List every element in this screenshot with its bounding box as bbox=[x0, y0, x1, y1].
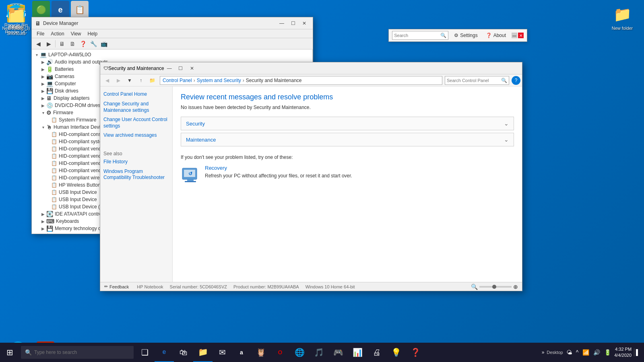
tray-network-icon[interactable]: 📶 bbox=[582, 348, 590, 356]
dm-menu-help[interactable]: Help bbox=[85, 30, 101, 37]
dm-btn-doc[interactable]: 🗎 bbox=[68, 39, 77, 48]
settings-close-area: — ✕ bbox=[512, 33, 524, 38]
icon-new-folder-3[interactable]: 📁 New folder (3) bbox=[0, 3, 32, 33]
svg-rect-2 bbox=[187, 179, 194, 181]
taskbar-help[interactable]: ❓ bbox=[406, 343, 425, 362]
tree-root[interactable]: ▾ 💻 LAPTOP-A4W5L0O bbox=[32, 51, 312, 58]
feedback-btn[interactable]: ✏ Feedback bbox=[104, 284, 129, 289]
icon-new-folder-right2[interactable]: 📁 New folder bbox=[606, 3, 638, 33]
right-desktop-icons2: 📁 New folder bbox=[605, 0, 608, 6]
settings-search-input[interactable] bbox=[394, 33, 440, 38]
settings-btn[interactable]: ⚙ Settings bbox=[452, 32, 480, 39]
settings-minimize-btn[interactable]: — bbox=[512, 33, 517, 38]
taskbar-tripadvisor[interactable]: 🦉 bbox=[251, 343, 270, 362]
zoom-thumb[interactable] bbox=[492, 285, 496, 289]
breadcrumb-cp[interactable]: Control Panel bbox=[163, 78, 192, 83]
taskbar-edge[interactable]: e bbox=[155, 343, 174, 362]
taskbar-opera[interactable]: O bbox=[270, 343, 290, 362]
dm-btn-wrench[interactable]: 🔧 bbox=[89, 39, 98, 48]
edge-icon-top: e bbox=[52, 1, 69, 19]
dm-separator1 bbox=[55, 40, 56, 47]
sidebar-link-compat[interactable]: Windows Program Compatibility Troublesho… bbox=[103, 169, 169, 181]
status-info: HP Notebook Serial number: 5CD6046SVZ Pr… bbox=[137, 284, 471, 289]
tray-expand-icon[interactable]: ^ bbox=[575, 348, 580, 356]
green-app-icon: 🟢 bbox=[32, 1, 50, 19]
security-collapsible-header[interactable]: Security ⌄ bbox=[181, 117, 514, 130]
dm-btn-back[interactable]: ◀ bbox=[33, 39, 43, 48]
dm-btn-help[interactable]: ❓ bbox=[78, 39, 88, 48]
security-body: Control Panel Home Change Security and M… bbox=[100, 86, 522, 282]
zoom-out-btn[interactable]: 🔍 bbox=[471, 284, 478, 290]
tray-volume-icon[interactable]: 🔊 bbox=[592, 348, 601, 356]
recovery-desc: Refresh your PC without affecting your f… bbox=[205, 173, 352, 179]
dm-menu-file[interactable]: File bbox=[33, 30, 47, 37]
start-button[interactable]: ⊞ bbox=[0, 343, 19, 362]
new-folder-right2-icon: 📁 bbox=[613, 5, 632, 24]
cameras-toggle: ▶ bbox=[40, 74, 46, 79]
dm-maximize-btn[interactable]: ☐ bbox=[288, 19, 298, 28]
taskbar-app1[interactable]: 🎮 bbox=[328, 343, 348, 362]
icon-new-folder-right1[interactable]: 📁 New folder bbox=[642, 3, 644, 33]
taskbar-app2[interactable]: 📊 bbox=[348, 343, 367, 362]
zoom-slider[interactable] bbox=[479, 286, 512, 288]
dm-btn-monitor[interactable]: 📺 bbox=[99, 39, 109, 48]
taskbar-mail[interactable]: ✉ bbox=[213, 343, 232, 362]
recovery-title[interactable]: Recovery bbox=[205, 165, 352, 171]
left-desktop-icons: 🗑️ Recycle Bin A Acrobat Reader DC AVG A… bbox=[0, 0, 30, 306]
display-label: Display adapters bbox=[54, 95, 89, 101]
taskbar-app3[interactable]: 🖨 bbox=[367, 343, 386, 362]
sec-forward-btn[interactable]: ▶ bbox=[113, 76, 124, 85]
settings-close-btn[interactable]: ✕ bbox=[518, 33, 524, 38]
tray-battery-icon[interactable]: 🔋 bbox=[603, 348, 612, 356]
tray-more-icon[interactable]: » bbox=[542, 350, 545, 355]
tray-weather-icon[interactable]: 🌤 bbox=[566, 348, 573, 356]
taskbar-search-box[interactable]: 🔍 bbox=[21, 346, 134, 359]
dm-close-btn[interactable]: ✕ bbox=[299, 19, 310, 28]
dm-btn-forward[interactable]: ▶ bbox=[44, 39, 54, 48]
tray-time-date[interactable]: 4:32 PM 4/4/2020 bbox=[614, 346, 632, 359]
cameras-icon: 📷 bbox=[46, 73, 53, 80]
sec-down-btn[interactable]: ▼ bbox=[124, 76, 135, 85]
sec-close-btn[interactable]: ✕ bbox=[187, 64, 197, 73]
taskbar-store[interactable]: 🛍 bbox=[174, 343, 193, 362]
tray-time: 4:32 PM bbox=[614, 346, 632, 352]
taskbar-vlc[interactable]: 🎵 bbox=[309, 343, 328, 362]
sidebar-link-filehistory[interactable]: File History bbox=[103, 159, 169, 165]
sidebar-home-link[interactable]: Control Panel Home bbox=[103, 91, 169, 97]
about-btn[interactable]: ❓ About bbox=[483, 32, 508, 39]
taskbar-explorer[interactable]: 📁 bbox=[193, 343, 213, 362]
maintenance-collapsible-header[interactable]: Maintenance ⌄ bbox=[181, 133, 514, 146]
root-toggle: ▾ bbox=[33, 53, 40, 57]
taskbar-search-input[interactable] bbox=[34, 350, 130, 355]
dm-btn-computer[interactable]: 🖥 bbox=[57, 39, 67, 48]
sec-help-btn[interactable]: ? bbox=[512, 76, 520, 85]
product-label: Product number: M2B99UA#ABA bbox=[233, 284, 299, 289]
security-search-input[interactable] bbox=[447, 78, 501, 83]
taskbar-amazon[interactable]: a bbox=[232, 343, 251, 362]
security-breadcrumb[interactable]: Control Panel › System and Security › Se… bbox=[160, 76, 442, 85]
dm-menu-view[interactable]: View bbox=[68, 30, 85, 37]
sec-folder-btn[interactable]: 📁 bbox=[147, 76, 157, 85]
tray-date: 4/4/2020 bbox=[614, 352, 632, 358]
hid-toggle: ▾ bbox=[40, 125, 46, 130]
sec-up-btn[interactable]: ↑ bbox=[136, 76, 146, 85]
sidebar-link-archived[interactable]: View archived messages bbox=[103, 132, 169, 139]
sidebar-link-change-security[interactable]: Change Security and Maintenance settings bbox=[103, 101, 169, 113]
dvd-icon: 💿 bbox=[46, 102, 53, 109]
dm-menu-action[interactable]: Action bbox=[47, 30, 67, 37]
sec-minimize-btn[interactable]: — bbox=[164, 64, 175, 73]
sidebar-link-uac[interactable]: Change User Account Control settings bbox=[103, 117, 169, 129]
zoom-in-btn[interactable]: ⊕ bbox=[513, 284, 518, 290]
tray-show-desktop-icon[interactable]: ▌ bbox=[634, 348, 641, 356]
security-title-icon: 🛡 bbox=[103, 66, 108, 71]
breadcrumb-sys[interactable]: System and Security bbox=[197, 78, 241, 83]
sec-maximize-btn[interactable]: ☐ bbox=[175, 64, 186, 73]
sec-back-btn[interactable]: ◀ bbox=[102, 76, 112, 85]
taskbar-app4[interactable]: 💡 bbox=[386, 343, 406, 362]
taskbar-task-view[interactable]: ❑ bbox=[135, 343, 155, 362]
batteries-icon: 🔋 bbox=[46, 66, 53, 72]
taskbar-opera2[interactable]: 🌐 bbox=[290, 343, 309, 362]
dm-minimize-btn[interactable]: — bbox=[277, 19, 287, 28]
cameras-label: Cameras bbox=[55, 74, 74, 79]
taskbar-search-icon: 🔍 bbox=[25, 349, 32, 356]
